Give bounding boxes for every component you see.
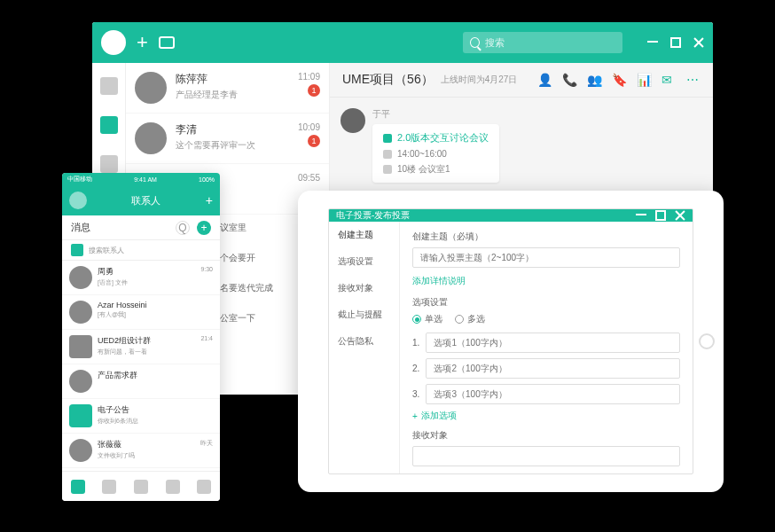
conversation-item[interactable]: 陈萍萍产品经理是李青 11:091 bbox=[126, 63, 329, 113]
call-icon[interactable]: 📞 bbox=[562, 73, 576, 87]
search-box[interactable] bbox=[463, 32, 622, 53]
phone-conv-item[interactable]: Azar Hosseini[有人@我] bbox=[62, 295, 220, 330]
item-time: 9:30 bbox=[200, 266, 213, 289]
window-controls bbox=[647, 37, 704, 48]
rail-item-1[interactable] bbox=[100, 77, 118, 95]
unread-badge: 1 bbox=[308, 135, 320, 147]
option-row: 3. bbox=[412, 384, 680, 404]
card-time: 14:00~16:00 bbox=[397, 149, 447, 159]
phone-header: 联系人 + bbox=[62, 185, 220, 215]
phone-conv-item[interactable]: 周勇[语音] 文件9:30 bbox=[62, 261, 220, 295]
stats-icon[interactable]: 📊 bbox=[637, 73, 651, 87]
battery-text: 100% bbox=[199, 176, 215, 183]
radio-single[interactable]: 单选 bbox=[412, 313, 442, 325]
minimize-button[interactable] bbox=[636, 210, 646, 215]
nav-work[interactable] bbox=[125, 472, 157, 501]
radio-multi[interactable]: 多选 bbox=[455, 313, 485, 325]
rail-item-chat[interactable] bbox=[100, 116, 118, 134]
radio-icon bbox=[412, 315, 421, 324]
meeting-icon bbox=[383, 134, 392, 143]
phone-bottom-nav bbox=[62, 471, 220, 501]
avatar bbox=[69, 404, 92, 427]
avatar bbox=[69, 266, 92, 289]
menu-recipients[interactable]: 接收对象 bbox=[329, 275, 399, 301]
menu-topic[interactable]: 创建主题 bbox=[329, 222, 399, 248]
topic-input[interactable] bbox=[412, 247, 680, 268]
group-icon[interactable]: 👥 bbox=[587, 73, 601, 87]
maximize-button[interactable] bbox=[655, 210, 666, 221]
phone-add-icon[interactable]: + bbox=[206, 193, 213, 207]
contacts-icon bbox=[71, 244, 83, 256]
item-name: 电子公告 bbox=[98, 404, 207, 416]
option-row: 2. bbox=[412, 358, 680, 379]
nav-call[interactable] bbox=[157, 472, 189, 501]
status-time: 9:41 AM bbox=[134, 176, 157, 183]
avatar bbox=[69, 439, 92, 462]
sender-name: 于平 bbox=[372, 108, 499, 121]
item-name: Azar Hosseini bbox=[98, 301, 207, 309]
tablet-home-button[interactable] bbox=[699, 333, 715, 349]
menu-options[interactable]: 选项设置 bbox=[329, 248, 399, 275]
compose-icon[interactable]: + bbox=[197, 221, 211, 235]
item-name: 张薇薇 bbox=[98, 439, 195, 450]
phone-conv-item[interactable]: 张薇薇文件收到了吗昨天 bbox=[62, 434, 220, 468]
add-option-link[interactable]: +添加选项 bbox=[412, 410, 680, 422]
nav-chat[interactable] bbox=[62, 472, 94, 501]
meeting-card[interactable]: 2.0版本交互讨论会议 14:00~16:00 10楼 会议室1 bbox=[372, 124, 499, 183]
avatar bbox=[69, 335, 92, 358]
conv-preview: 产品经理是李青 bbox=[176, 89, 289, 101]
phone-conv-item[interactable]: 电子公告你收到6条消息 bbox=[62, 399, 220, 434]
search-icon bbox=[470, 37, 480, 48]
rail-item-3[interactable] bbox=[100, 155, 118, 173]
phone-avatar[interactable] bbox=[69, 192, 87, 209]
search-icon[interactable]: Q bbox=[176, 221, 190, 235]
location-icon bbox=[383, 165, 392, 174]
conv-name: 陈萍萍 bbox=[176, 72, 289, 87]
radio-icon bbox=[455, 315, 464, 324]
add-detail-link[interactable]: 添加详情说明 bbox=[412, 275, 680, 287]
user-avatar[interactable] bbox=[101, 30, 126, 55]
more-icon[interactable]: ⋯ bbox=[686, 73, 701, 87]
vote-type-radios: 单选 多选 bbox=[412, 313, 680, 325]
add-member-icon[interactable]: 👤 bbox=[537, 73, 552, 87]
add-icon[interactable]: + bbox=[137, 31, 148, 54]
maximize-button[interactable] bbox=[670, 37, 681, 48]
dialog-title: 电子投票-发布投票 bbox=[336, 209, 410, 222]
option-input-2[interactable] bbox=[426, 358, 680, 379]
conv-name: 李清 bbox=[176, 122, 289, 137]
menu-privacy[interactable]: 公告隐私 bbox=[329, 328, 399, 355]
menu-deadline[interactable]: 截止与提醒 bbox=[329, 301, 399, 328]
tab-messages[interactable]: 消息 bbox=[71, 221, 90, 234]
phone-icon[interactable] bbox=[159, 36, 175, 49]
recipients-input[interactable] bbox=[412, 446, 680, 466]
item-preview: 文件收到了吗 bbox=[98, 451, 195, 460]
phone-tabs: 消息 Q + bbox=[62, 215, 220, 240]
phone-subheader[interactable]: 搜索联系人 bbox=[62, 240, 220, 261]
phone-conv-list[interactable]: 周勇[语音] 文件9:30Azar Hosseini[有人@我]UED2组设计群… bbox=[62, 261, 220, 473]
topic-label: 创建主题（必填） bbox=[412, 231, 680, 243]
conversation-item[interactable]: 李清这个需要再评审一次 10:091 bbox=[126, 113, 329, 164]
dialog-form: 创建主题（必填） 添加详情说明 选项设置 单选 多选 1. 2. 3. +添加选… bbox=[400, 222, 693, 474]
item-time: 昨天 bbox=[200, 439, 213, 462]
nav-me[interactable] bbox=[188, 472, 220, 501]
bookmark-icon[interactable]: 🔖 bbox=[612, 73, 626, 87]
mail-icon[interactable]: ✉ bbox=[661, 73, 676, 87]
plus-icon: + bbox=[412, 411, 418, 421]
avatar bbox=[135, 72, 167, 104]
search-input[interactable] bbox=[485, 37, 615, 48]
item-preview: 有新问题，看一看 bbox=[98, 348, 195, 356]
conv-time: 11:09 bbox=[298, 72, 320, 82]
option-input-1[interactable] bbox=[426, 332, 680, 353]
option-input-3[interactable] bbox=[426, 384, 680, 404]
nav-contacts[interactable] bbox=[94, 472, 126, 501]
chat-subtitle: 上线时间为4月27日 bbox=[441, 74, 518, 86]
phone-conv-item[interactable]: UED2组设计群有新问题，看一看21:4 bbox=[62, 330, 220, 364]
close-button[interactable] bbox=[693, 37, 704, 48]
unread-badge: 1 bbox=[308, 84, 320, 97]
sender-avatar[interactable] bbox=[341, 108, 365, 133]
card-location: 10楼 会议室1 bbox=[397, 163, 450, 176]
minimize-button[interactable] bbox=[647, 37, 658, 43]
conv-time: 10:09 bbox=[298, 122, 320, 132]
close-button[interactable] bbox=[675, 210, 685, 221]
phone-conv-item[interactable]: 产品需求群 bbox=[62, 364, 220, 399]
